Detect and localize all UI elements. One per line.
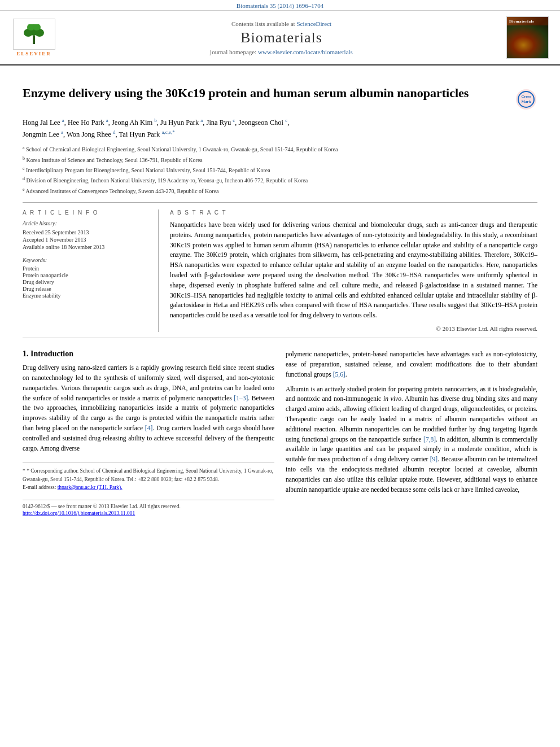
section-divider-2 xyxy=(23,338,537,338)
sup-a4: a xyxy=(61,129,63,135)
issn-text: 0142-9612/$ — see front matter © 2013 El… xyxy=(23,504,181,509)
footnote-text-content: * Corresponding author. School of Chemic… xyxy=(23,468,273,482)
elsevier-logo: ELSEVIER xyxy=(11,19,56,56)
keyword-5: Enzyme stability xyxy=(23,292,147,299)
accepted-date: Accepted 1 November 2013 xyxy=(23,237,147,243)
article-info-column: A R T I C L E I N F O Article history: R… xyxy=(23,209,147,332)
affil-b: b Korea Institute of Science and Technol… xyxy=(23,155,537,164)
intro-para-1: Drug delivery using nano-sized carriers … xyxy=(23,363,274,453)
article-info-label: A R T I C L E I N F O xyxy=(23,209,147,216)
keywords-label: Keywords: xyxy=(23,257,147,263)
ref-5-6[interactable]: [5,6] xyxy=(333,371,345,378)
abstract-column: A B S T R A C T Nanoparticles have been … xyxy=(170,209,537,332)
affil-sup-a: a xyxy=(23,145,25,150)
homepage-label: journal homepage: xyxy=(210,49,256,55)
keyword-1: Protein xyxy=(23,265,147,272)
affil-d: d Division of Bioengineering, Incheon Na… xyxy=(23,176,537,185)
keyword-2: Protein nanoparticle xyxy=(23,272,147,278)
doi-link[interactable]: http://dx.doi.org/10.1016/j.biomaterials… xyxy=(23,510,274,516)
journal-header: ELSEVIER Contents lists available at Sci… xyxy=(0,11,560,65)
cover-title-text: Biomaterials xyxy=(509,19,534,24)
footnote-section: * * Corresponding author. School of Chem… xyxy=(23,462,274,491)
ref-1-3[interactable]: [1–3] xyxy=(234,395,248,401)
body-two-col: 1. Introduction Drug delivery using nano… xyxy=(23,350,537,516)
available-online-date: Available online 18 November 2013 xyxy=(23,244,147,250)
journal-cover-image: Biomaterials xyxy=(506,16,549,59)
affil-sup-c: c xyxy=(23,166,25,171)
keyword-3: Drug delivery xyxy=(23,279,147,285)
footnote-email-link[interactable]: thpark@snu.ac.kr (T.H. Park). xyxy=(58,484,123,490)
sup-b: b xyxy=(154,117,157,123)
homepage-link[interactable]: www.elsevier.com/locate/biomaterials xyxy=(258,49,353,55)
bottom-bar: 0142-9612/$ — see front matter © 2013 El… xyxy=(23,500,274,509)
sup-c1: c xyxy=(233,117,235,123)
crossmark-badge: Cross Mark xyxy=(515,88,537,111)
article-info-abstract-section: A R T I C L E I N F O Article history: R… xyxy=(23,209,537,332)
sup-a1: a xyxy=(62,117,64,123)
intro-para-3: Albumin is an actively studied protein f… xyxy=(286,385,537,495)
article-history-label: Article history: xyxy=(23,220,147,226)
citation-text: Biomaterials 35 (2014) 1696–1704 xyxy=(237,2,323,9)
cover-texture-decoration xyxy=(507,25,548,58)
elsevier-brand-text: ELSEVIER xyxy=(16,51,51,56)
ref-4[interactable]: [4] xyxy=(145,425,152,431)
svg-text:Mark: Mark xyxy=(521,99,531,104)
affil-sup-d: d xyxy=(23,176,25,181)
affil-e-text: Advanced Institutes of Convergence Techn… xyxy=(26,188,219,194)
copyright-text: © 2013 Elsevier Ltd. All rights reserved… xyxy=(170,325,537,332)
affil-a: a School of Chemical and Biological Engi… xyxy=(23,145,537,154)
journal-citation: Biomaterials 35 (2014) 1696–1704 xyxy=(0,0,560,11)
ref-7-8[interactable]: [7,8] xyxy=(423,436,436,443)
article-title-text: Enzyme delivery using the 30Kc19 protein… xyxy=(23,85,509,102)
article-title-block: Enzyme delivery using the 30Kc19 protein… xyxy=(23,85,537,111)
intro-para-2: polymeric nanoparticles, protein-based n… xyxy=(286,350,537,379)
elsevier-tree-icon xyxy=(20,24,48,44)
affil-d-text: Division of Bioengineering, Incheon Nati… xyxy=(27,178,308,184)
affil-sup-b: b xyxy=(23,156,25,161)
sup-a3: a xyxy=(200,117,203,123)
affil-b-text: Korea Institute of Science and Technolog… xyxy=(27,157,203,163)
section-divider-1 xyxy=(23,202,537,203)
ref-9[interactable]: [9] xyxy=(430,456,438,462)
affil-sup-e: e xyxy=(23,187,25,192)
intro-heading: 1. Introduction xyxy=(23,350,274,359)
sup-ace: a,c,e,* xyxy=(161,129,174,135)
sciencedirect-link: Contents lists available at ScienceDirec… xyxy=(62,20,501,27)
footnote-email: E-mail address: thpark@snu.ac.kr (T.H. P… xyxy=(23,483,274,491)
col-divider xyxy=(158,209,159,332)
affil-c: c Interdisciplinary Program for Bioengin… xyxy=(23,165,537,174)
main-content: Enzyme delivery using the 30Kc19 protein… xyxy=(0,65,560,525)
elsevier-logo-image xyxy=(13,19,55,50)
abstract-label: A B S T R A C T xyxy=(170,209,537,216)
journal-homepage: journal homepage: www.elsevier.com/locat… xyxy=(62,49,501,55)
affiliations-block: a School of Chemical and Biological Engi… xyxy=(23,145,537,195)
footnote-email-label: E-mail address: xyxy=(23,484,56,490)
affil-e: e Advanced Institutes of Convergence Tec… xyxy=(23,186,537,195)
affil-a-text: School of Chemical and Biological Engine… xyxy=(26,147,338,153)
sup-a2: a xyxy=(106,117,108,123)
sup-d: d xyxy=(113,129,116,135)
received-date: Received 25 September 2013 xyxy=(23,229,147,235)
journal-title: Biomaterials xyxy=(62,29,501,46)
doi-anchor[interactable]: http://dx.doi.org/10.1016/j.biomaterials… xyxy=(23,510,135,516)
contents-label: Contents lists available at xyxy=(231,20,295,27)
svg-rect-0 xyxy=(33,36,35,44)
svg-text:Cross: Cross xyxy=(522,94,531,99)
authors-list: Hong Jai Lee a, Hee Ho Park a, Jeong Ah … xyxy=(23,116,537,140)
keyword-4: Drug release xyxy=(23,286,147,292)
affil-c-text: Interdisciplinary Program for Bioenginee… xyxy=(26,167,270,173)
sciencedirect-anchor[interactable]: ScienceDirect xyxy=(296,20,331,27)
journal-header-center: Contents lists available at ScienceDirec… xyxy=(62,20,501,55)
introduction-section: 1. Introduction Drug delivery using nano… xyxy=(23,350,537,516)
body-col-left: 1. Introduction Drug delivery using nano… xyxy=(23,350,274,516)
body-col-right: polymeric nanoparticles, protein-based n… xyxy=(286,350,537,516)
sup-c2: c xyxy=(285,117,287,123)
footnote-corresponding: * * Corresponding author. School of Chem… xyxy=(23,467,274,483)
abstract-text: Nanoparticles have been widely used for … xyxy=(170,220,537,321)
